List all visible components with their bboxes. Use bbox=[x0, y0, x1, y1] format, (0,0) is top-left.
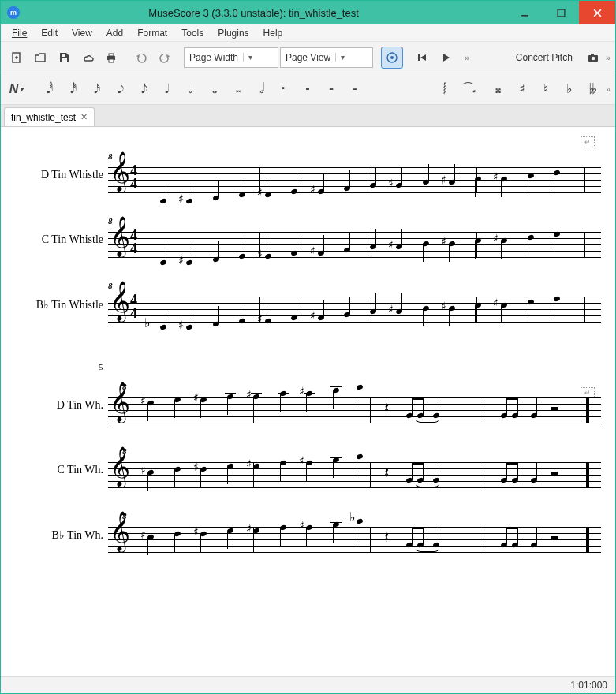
double-sharp-button[interactable]: 𝄪 bbox=[487, 78, 510, 100]
new-button[interactable] bbox=[6, 47, 28, 69]
titlebar: m MuseScore 3 (3.3.0 unstable): tin_whis… bbox=[1, 1, 615, 24]
whole-note-button[interactable]: 𝅝 bbox=[201, 78, 223, 100]
svg-rect-14 bbox=[418, 54, 420, 61]
play-button[interactable] bbox=[435, 47, 457, 69]
staff-label: D Tin Whistle bbox=[15, 169, 108, 181]
toolbar1-overflow2-icon[interactable]: » bbox=[606, 53, 610, 62]
toolbar2-overflow-icon[interactable]: » bbox=[606, 84, 610, 94]
svg-point-13 bbox=[390, 56, 394, 59]
rewind-button[interactable] bbox=[411, 47, 433, 69]
tie-button[interactable]: 𝆃 bbox=[434, 78, 456, 100]
concert-pitch-button[interactable]: Concert Pitch bbox=[508, 52, 581, 63]
quad-dot-button[interactable]: ···· bbox=[343, 78, 365, 100]
staff-label: C Tin Whistle bbox=[15, 233, 108, 246]
menu-tools[interactable]: Tools bbox=[175, 26, 210, 40]
staff-label: D Tin Wh. bbox=[15, 399, 108, 412]
menu-format[interactable]: Format bbox=[131, 26, 174, 40]
open-button[interactable] bbox=[29, 47, 51, 69]
double-whole-button[interactable]: 𝅜 bbox=[225, 78, 247, 100]
svg-rect-11 bbox=[109, 59, 114, 62]
document-tab[interactable]: tin_whistle_test ✕ bbox=[4, 107, 95, 126]
cloud-button[interactable] bbox=[77, 47, 99, 69]
staff: 8 𝄞 44 ♯♯♯♯♯♯ bbox=[108, 159, 601, 191]
double-dot-button[interactable]: ·· bbox=[296, 78, 318, 100]
svg-rect-17 bbox=[591, 54, 594, 55]
16th-note-button[interactable]: 𝅘𝅥𝅯 bbox=[83, 78, 105, 100]
camera-button[interactable] bbox=[582, 47, 604, 69]
dot-button[interactable]: · bbox=[272, 78, 294, 100]
flat-button[interactable]: ♭ bbox=[558, 78, 581, 100]
minimize-button[interactable] bbox=[506, 1, 543, 24]
double-flat-button[interactable]: 𝄫 bbox=[582, 78, 604, 100]
svg-rect-8 bbox=[62, 58, 67, 62]
menu-file[interactable]: File bbox=[6, 26, 33, 40]
8th-note-alt-button[interactable]: 𝅘𝅥𝅮 bbox=[130, 78, 152, 100]
score-viewport[interactable]: ↵ D Tin Whistle 8 𝄞 44 ♯♯♯♯♯♯ C Tin Whis… bbox=[1, 127, 615, 676]
svg-rect-10 bbox=[109, 54, 114, 56]
redo-button[interactable] bbox=[154, 47, 176, 69]
slur-button[interactable]: ⁀𝅘 bbox=[457, 78, 480, 100]
menu-plugins[interactable]: Plugins bbox=[211, 26, 255, 40]
staff-label: B♭ Tin Whistle bbox=[15, 298, 108, 312]
svg-rect-7 bbox=[62, 54, 65, 57]
playback-position: 1:01:000 bbox=[570, 680, 607, 691]
maximize-button[interactable] bbox=[543, 1, 579, 24]
menu-help[interactable]: Help bbox=[257, 26, 289, 40]
menu-edit[interactable]: Edit bbox=[35, 26, 64, 40]
longa-button[interactable]: 𝅗𝅥 bbox=[248, 78, 271, 100]
print-button[interactable] bbox=[100, 47, 122, 69]
staff-row: D Tin Whistle 8 𝄞 44 ♯♯♯♯♯♯ bbox=[15, 143, 601, 207]
main-toolbar: Page Width▾ Page View▾ » Concert Pitch » bbox=[1, 42, 615, 73]
metronome-button[interactable] bbox=[381, 47, 403, 69]
window-title: MuseScore 3 (3.3.0 unstable): tin_whistl… bbox=[1, 7, 506, 19]
quarter-note-button[interactable]: 𝅘𝅥 bbox=[154, 78, 176, 100]
statusbar: 1:01:000 bbox=[1, 676, 615, 693]
menubar: File Edit View Add Format Tools Plugins … bbox=[1, 24, 615, 42]
32nd-note-button[interactable]: 𝅘𝅥𝅰 bbox=[59, 78, 81, 100]
score-page: ↵ D Tin Whistle 8 𝄞 44 ♯♯♯♯♯♯ C Tin Whis… bbox=[15, 133, 601, 673]
system-2: 5 D Tin Wh. 8 𝄞 ♯♯♯♯𝄽 C Tin Wh. 8 𝄞 ♯ bbox=[15, 373, 601, 567]
svg-rect-1 bbox=[558, 9, 565, 17]
triple-dot-button[interactable]: ··· bbox=[319, 78, 342, 100]
tab-close-icon[interactable]: ✕ bbox=[80, 112, 88, 122]
page-view-combo[interactable]: Page View▾ bbox=[280, 47, 373, 68]
time-signature: 44 bbox=[130, 164, 137, 191]
save-button[interactable] bbox=[53, 47, 75, 69]
undo-button[interactable] bbox=[130, 47, 152, 69]
menu-view[interactable]: View bbox=[65, 26, 99, 40]
system-1: D Tin Whistle 8 𝄞 44 ♯♯♯♯♯♯ C Tin Whistl… bbox=[15, 143, 601, 337]
tab-label: tin_whistle_test bbox=[11, 112, 76, 123]
toolbar1-overflow-icon[interactable]: » bbox=[465, 53, 469, 62]
tabbar: tin_whistle_test ✕ bbox=[1, 105, 615, 127]
half-note-button[interactable]: 𝅗𝅥 bbox=[177, 78, 200, 100]
measure-number: 5 bbox=[99, 362, 103, 371]
64th-note-button[interactable]: 𝅘𝅥𝅱 bbox=[35, 78, 58, 100]
note-input-toolbar: N▾ 𝅘𝅥𝅱 𝅘𝅥𝅰 𝅘𝅥𝅯 𝅘𝅥𝅮 𝅘𝅥𝅮 𝅘𝅥 𝅗𝅥 𝅝 𝅜 𝅗𝅥 · ··… bbox=[1, 73, 615, 105]
treble-clef: 𝄞 bbox=[110, 155, 130, 189]
zoom-combo[interactable]: Page Width▾ bbox=[184, 47, 278, 68]
close-button[interactable] bbox=[579, 1, 615, 24]
8th-note-button[interactable]: 𝅘𝅥𝅮 bbox=[106, 78, 129, 100]
svg-point-16 bbox=[592, 56, 595, 60]
note-entry-button[interactable]: N▾ bbox=[6, 78, 28, 100]
menu-add[interactable]: Add bbox=[100, 26, 129, 40]
sharp-button[interactable]: ♯ bbox=[511, 78, 533, 100]
natural-button[interactable]: ♮ bbox=[535, 78, 557, 100]
